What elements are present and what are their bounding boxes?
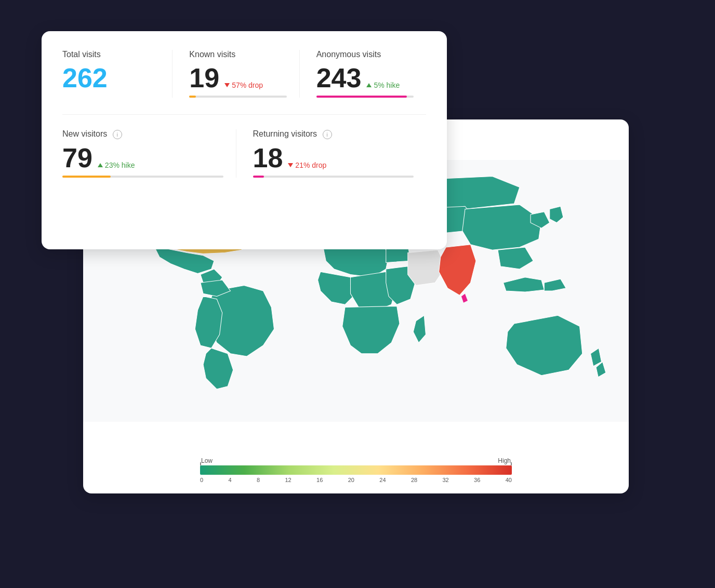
anonymous-visits-value: 243: [316, 64, 362, 91]
returning-visitors-value: 18: [253, 144, 283, 171]
total-visits-value: 262: [62, 64, 108, 91]
anonymous-visits-bar-container: [316, 96, 414, 98]
anonymous-visits-label: Anonymous visits: [316, 50, 414, 59]
returning-visitors-arrow-down: [288, 163, 293, 167]
total-visits-value-row: 262: [62, 64, 160, 91]
returning-visitors-info-icon[interactable]: i: [323, 130, 332, 139]
anonymous-visits-arrow-up: [366, 83, 372, 87]
known-visits-arrow-down: [224, 83, 230, 87]
returning-visitors-change: 21% drop: [288, 161, 326, 169]
known-visits-block: Known visits 19 57% drop: [172, 50, 299, 98]
anonymous-visits-bar: [316, 96, 407, 98]
new-visitors-bar: [62, 176, 111, 178]
total-visits-block: Total visits 262: [62, 50, 172, 98]
new-visitors-info-icon[interactable]: i: [113, 130, 122, 139]
returning-visitors-bar: [253, 176, 264, 178]
legend-gradient-bar: [200, 465, 512, 475]
stats-top-row: Total visits 262 Known visits 19 57% dro…: [62, 50, 426, 98]
known-visits-bar: [189, 96, 196, 98]
legend-high-label: High: [498, 457, 511, 464]
known-visits-bar-container: [189, 96, 286, 98]
known-visits-value: 19: [189, 64, 219, 91]
known-visits-value-row: 19 57% drop: [189, 64, 286, 91]
stats-bottom-row: New visitors i 79 23% hike Returning vis…: [62, 129, 426, 178]
new-visitors-change: 23% hike: [98, 161, 135, 169]
known-visits-change-text: 57% drop: [232, 81, 263, 89]
new-visitors-bar-container: [62, 176, 223, 178]
new-visitors-block: New visitors i 79 23% hike: [62, 129, 236, 178]
anonymous-visits-value-row: 243 5% hike: [316, 64, 414, 91]
legend-low-label: Low: [201, 457, 213, 464]
anonymous-visits-block: Anonymous visits 243 5% hike: [299, 50, 426, 98]
new-visitors-change-text: 23% hike: [105, 161, 135, 169]
legend-end-labels: Low High: [200, 457, 512, 464]
returning-visitors-change-text: 21% drop: [295, 161, 326, 169]
new-visitors-arrow-up: [98, 163, 103, 167]
anonymous-visits-change-text: 5% hike: [374, 81, 400, 89]
anonymous-visits-change: 5% hike: [366, 81, 400, 89]
known-visits-label: Known visits: [189, 50, 286, 59]
returning-visitors-block: Returning visitors i 18 21% drop: [236, 129, 427, 178]
new-visitors-label: New visitors i: [62, 129, 223, 139]
returning-visitors-bar-container: [253, 176, 414, 178]
legend-tick-labels: 0 4 8 12 16 20 24 28 32 36 40: [200, 477, 512, 483]
legend-tick-left: [200, 462, 201, 465]
new-visitors-value-row: 79 23% hike: [62, 144, 223, 171]
total-visits-label: Total visits: [62, 50, 160, 59]
stats-divider: [62, 114, 426, 115]
map-legend: Low High 0 4 8 12 16 20 24 28 32 36 40: [200, 457, 512, 483]
returning-visitors-label: Returning visitors i: [253, 129, 414, 139]
known-visits-change: 57% drop: [224, 81, 263, 89]
stats-card: Total visits 262 Known visits 19 57% dro…: [42, 31, 447, 249]
returning-visitors-value-row: 18 21% drop: [253, 144, 414, 171]
legend-tick-right: [511, 462, 512, 465]
new-visitors-value: 79: [62, 144, 92, 171]
